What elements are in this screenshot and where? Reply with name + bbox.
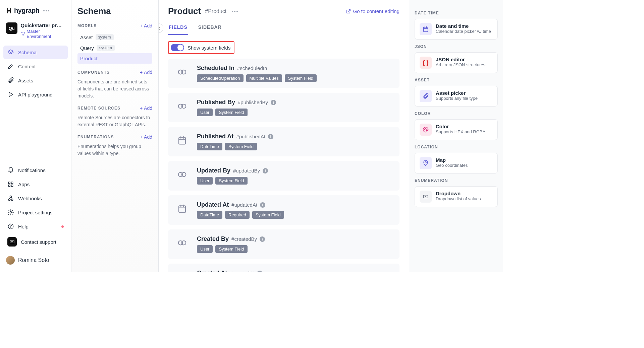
field-type-desc: Arbitrary JSON structures — [436, 62, 485, 67]
nav-api-playground[interactable]: API playground — [3, 88, 68, 101]
nav-apps[interactable]: Apps — [3, 178, 68, 191]
project-environment[interactable]: Master Environment — [21, 29, 65, 39]
field-type-desc: Supports HEX and RGBA — [436, 129, 485, 134]
field-api-id: #publishedBy — [238, 99, 268, 105]
show-system-fields-row: Show system fields — [168, 41, 234, 54]
project-badge: Qu — [6, 22, 17, 34]
field-type-asset-picker[interactable]: Asset pickerSupports any file type — [415, 86, 498, 107]
play-icon — [7, 91, 14, 98]
go-to-content-link[interactable]: Go to content editing — [346, 8, 399, 14]
field-type-title: Dropdown — [436, 191, 481, 196]
field-card[interactable]: Scheduled In#scheduledInScheduledOperati… — [168, 59, 399, 88]
show-system-fields-toggle[interactable] — [171, 44, 184, 51]
field-api-id: #updatedAt — [231, 202, 257, 208]
field-api-id: #createdBy — [231, 236, 257, 242]
schema-title: Schema — [77, 6, 152, 16]
brand-menu-button[interactable] — [42, 9, 51, 13]
add-remote-button[interactable]: + Add — [140, 106, 152, 111]
project-switcher[interactable]: Qu Quickstarter pr… Master Environment — [0, 20, 71, 43]
field-type-desc: Geo coordinates — [436, 163, 468, 168]
field-api-id: #scheduledIn — [237, 65, 267, 71]
components-desc: Components are pre-defined sets of field… — [77, 78, 152, 99]
nav-contact-support[interactable]: Contact support — [3, 234, 68, 250]
field-type-color[interactable]: ColorSupports HEX and RGBA — [415, 119, 498, 140]
rail-section-label: DATE TIME — [415, 11, 498, 15]
nav-help[interactable]: Help — [3, 220, 68, 233]
add-component-button[interactable]: + Add — [140, 70, 152, 75]
field-type-date-and-time[interactable]: Date and timeCalendar date picker w/ tim… — [415, 19, 498, 40]
info-icon[interactable]: i — [268, 134, 273, 139]
logo-mark-icon — [6, 8, 12, 14]
user-menu[interactable]: Romina Soto — [0, 253, 71, 268]
tab-sidebar[interactable]: SIDEBAR — [198, 20, 222, 35]
remote-sources-label: REMOTE SOURCES — [77, 106, 120, 111]
field-card[interactable]: Published At#publishedAtiDateTimeSystem … — [168, 127, 399, 156]
field-type-title: Map — [436, 157, 468, 163]
model-item-query[interactable]: Querysystem — [77, 43, 152, 53]
nav-notifications[interactable]: Notifications — [3, 163, 68, 177]
pin-icon — [420, 157, 432, 169]
link-icon — [175, 65, 189, 79]
toggle-label: Show system fields — [187, 45, 230, 51]
rail-section-label: JSON — [415, 44, 498, 49]
brand-logo[interactable]: hygraph — [6, 7, 39, 14]
external-link-icon — [346, 9, 351, 14]
nav-schema[interactable]: Schema — [3, 46, 68, 59]
field-type-dropdown[interactable]: DropdownDropdown list of values — [415, 186, 498, 207]
info-icon[interactable]: i — [271, 100, 276, 105]
field-type-title: JSON editor — [436, 57, 485, 62]
schema-panel: Schema MODELS + Add AssetsystemQuerysyst… — [71, 0, 159, 272]
field-card[interactable]: Created At#createdAti — [168, 264, 399, 272]
field-name: Updated At — [197, 201, 229, 208]
bell-icon — [7, 167, 14, 173]
info-icon[interactable]: i — [260, 202, 265, 208]
field-type-title: Color — [436, 124, 485, 129]
link-icon — [175, 168, 189, 181]
field-pill: System Field — [252, 211, 284, 219]
field-pill: User — [197, 177, 213, 185]
user-name: Romina Soto — [18, 257, 49, 263]
field-type-json-editor[interactable]: { }JSON editorArbitrary JSON structures — [415, 52, 498, 73]
field-name: Published By — [197, 99, 235, 106]
nav-webhooks[interactable]: Webhooks — [3, 192, 68, 205]
field-card[interactable]: Published By#publishedByiUserSystem Fiel… — [168, 93, 399, 122]
field-pill: ScheduledOperation — [197, 74, 244, 82]
info-icon[interactable]: i — [257, 271, 262, 272]
tab-fields[interactable]: FIELDS — [168, 20, 188, 35]
field-type-map[interactable]: MapGeo coordinates — [415, 153, 498, 173]
field-name: Scheduled In — [197, 65, 234, 72]
field-card[interactable]: Updated By#updatedByiUserSystem Field — [168, 161, 399, 191]
field-pill: System Field — [215, 177, 247, 185]
grid-icon — [7, 181, 14, 188]
add-enum-button[interactable]: + Add — [140, 134, 152, 140]
link-icon — [175, 236, 189, 250]
field-pill: System Field — [215, 245, 247, 253]
nav-project-settings[interactable]: Project settings — [3, 206, 68, 219]
field-type-desc: Dropdown list of values — [436, 196, 481, 201]
field-name: Created By — [197, 235, 229, 242]
add-model-button[interactable]: + Add — [140, 23, 152, 28]
gear-icon — [7, 209, 14, 216]
info-icon[interactable]: i — [260, 236, 265, 242]
palette-icon — [420, 124, 432, 136]
main-sidebar: hygraph Qu Quickstarter pr… Master Envir… — [0, 0, 71, 272]
enums-desc: Enumerations helps you group values with… — [77, 143, 152, 157]
page-menu-button[interactable] — [230, 9, 239, 13]
field-api-id: #publishedAt — [236, 134, 265, 139]
field-api-id: #createdAt — [230, 270, 254, 272]
chat-icon — [7, 237, 17, 247]
dropdown-icon — [420, 191, 432, 203]
field-card[interactable]: Created By#createdByiUserSystem Field — [168, 229, 399, 259]
nav-assets[interactable]: Assets — [3, 74, 68, 87]
model-item-product[interactable]: Product — [77, 53, 152, 64]
help-icon — [7, 223, 14, 230]
field-name: Updated By — [197, 167, 230, 174]
branch-icon — [21, 31, 25, 36]
model-item-asset[interactable]: Assetsystem — [77, 32, 152, 43]
enums-label: ENUMERATIONS — [77, 135, 114, 139]
project-name: Quickstarter pr… — [21, 22, 64, 28]
field-card[interactable]: Updated At#updatedAtiDateTimeRequiredSys… — [168, 195, 399, 225]
field-pill: System Field — [215, 109, 247, 116]
info-icon[interactable]: i — [263, 168, 268, 173]
nav-content[interactable]: Content — [3, 60, 68, 73]
